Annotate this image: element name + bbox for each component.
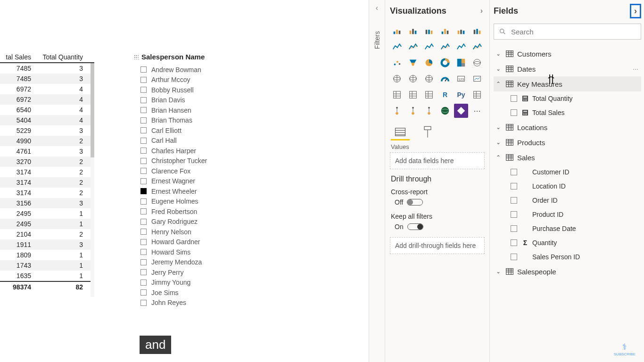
slicer-item[interactable]: Eugene Holmes <box>136 197 258 207</box>
field-item[interactable]: Sales Person ID <box>494 250 641 264</box>
gauge-icon[interactable] <box>438 72 452 86</box>
map-icon[interactable] <box>470 56 484 70</box>
stacked-bar-100-icon[interactable] <box>454 24 468 38</box>
funnel-icon[interactable] <box>406 56 420 70</box>
ribbon-icon[interactable] <box>454 40 468 54</box>
field-item[interactable]: Product ID <box>494 207 641 222</box>
checkbox-icon[interactable] <box>140 138 147 144</box>
table-row[interactable]: 31742 <box>0 167 94 177</box>
card-icon[interactable]: 123 <box>454 72 468 86</box>
field-checkbox[interactable] <box>511 109 517 116</box>
pie-icon[interactable] <box>422 56 436 70</box>
field-item[interactable]: Total Sales <box>494 106 641 120</box>
slicer-item[interactable]: Arthur Mccoy <box>136 75 258 85</box>
table-row[interactable]: 65404 <box>0 105 94 115</box>
slicer-item[interactable]: Ernest Wheeler <box>136 186 258 197</box>
more-visuals-icon[interactable]: ··· <box>470 104 484 118</box>
checkbox-icon[interactable] <box>140 77 147 83</box>
slicer-item[interactable]: Brian Thomas <box>136 115 258 126</box>
qa-icon[interactable] <box>406 104 420 118</box>
table-row[interactable]: 32702 <box>0 156 94 167</box>
table-row[interactable]: 54044 <box>0 115 94 125</box>
checkbox-icon[interactable] <box>140 280 147 286</box>
col-header-sales[interactable]: tal Sales <box>0 52 34 62</box>
slicer-item[interactable]: Carl Elliott <box>136 125 258 136</box>
slicer-item[interactable]: Joe Sims <box>136 288 258 298</box>
field-table-key-measures[interactable]: ⌃Key Measures <box>494 76 641 91</box>
donut-icon[interactable] <box>438 56 452 70</box>
waterfall-icon[interactable] <box>470 40 484 54</box>
table-row[interactable]: 17431 <box>0 260 94 271</box>
treemap-icon[interactable] <box>454 56 468 70</box>
expand-icon[interactable]: ⌄ <box>495 139 502 146</box>
search-input[interactable] <box>511 28 636 36</box>
smart-narrative-icon[interactable] <box>422 104 436 118</box>
field-item[interactable]: ΣQuantity <box>494 236 641 250</box>
line-col-icon[interactable] <box>470 24 484 38</box>
kpi-icon[interactable] <box>470 72 484 86</box>
slicer-item[interactable]: Fred Robertson <box>136 206 258 217</box>
table-row[interactable]: 31742 <box>0 177 94 188</box>
field-item[interactable]: Order ID <box>494 193 641 207</box>
col-header-qty[interactable]: Total Quantity <box>34 52 86 62</box>
clustered-col-icon[interactable] <box>438 24 452 38</box>
table-row[interactable]: 24951 <box>0 219 94 229</box>
matrix-icon[interactable] <box>422 88 436 102</box>
field-checkbox[interactable] <box>511 225 517 232</box>
checkbox-icon[interactable] <box>140 66 147 73</box>
table-row[interactable]: 24951 <box>0 208 94 219</box>
stacked-area-icon[interactable] <box>422 40 436 54</box>
expand-icon[interactable]: ⌄ <box>495 268 502 275</box>
expand-icon[interactable]: ⌄ <box>495 124 502 131</box>
slicer-item[interactable]: Andrew Bowman <box>136 65 258 75</box>
slicer-visual[interactable]: Salesperson Name Andrew BowmanArthur Mcc… <box>136 53 258 308</box>
checkbox-icon[interactable] <box>140 198 147 205</box>
table-row[interactable]: 69724 <box>0 84 94 94</box>
table-row[interactable]: 69724 <box>0 94 94 105</box>
expand-icon[interactable]: ⌃ <box>495 81 502 87</box>
expand-icon[interactable]: ⌃ <box>495 154 502 161</box>
checkbox-icon[interactable] <box>140 188 147 194</box>
keep-filters-toggle[interactable]: On <box>391 223 484 230</box>
r-visual-icon[interactable]: R <box>438 88 452 102</box>
filters-pane-collapsed[interactable]: ‹ Filters <box>369 0 385 362</box>
line-icon[interactable] <box>390 40 404 54</box>
checkbox-icon[interactable] <box>140 289 147 296</box>
report-canvas[interactable]: tal Sales Total Quantity 748537485369724… <box>0 0 368 362</box>
table-row[interactable]: 49902 <box>0 136 94 146</box>
table-row[interactable]: 21042 <box>0 229 94 239</box>
field-table-customers[interactable]: ⌄Customers <box>494 46 641 61</box>
table-row[interactable]: 18091 <box>0 250 94 260</box>
field-table-locations[interactable]: ⌄Locations <box>494 120 641 135</box>
field-item[interactable]: Total Quantity <box>494 91 641 106</box>
slicer-item[interactable]: Howard Sims <box>136 247 258 257</box>
expand-icon[interactable]: ⌄ <box>495 66 502 72</box>
field-checkbox[interactable] <box>511 197 517 204</box>
table-row[interactable]: 31563 <box>0 198 94 208</box>
slicer-item[interactable]: Ernest Wagner <box>136 176 258 187</box>
table-row[interactable]: 47613 <box>0 146 94 156</box>
stacked-col-icon[interactable] <box>422 24 436 38</box>
slicer-item[interactable]: Christopher Tucker <box>136 156 258 166</box>
field-table-dates[interactable]: ⌄Dates··· <box>494 61 641 76</box>
checkbox-icon[interactable] <box>140 97 147 103</box>
stacked-bar-icon[interactable] <box>390 24 404 38</box>
expand-icon[interactable]: ⌄ <box>495 50 502 57</box>
slicer-item[interactable]: John Reyes <box>136 298 258 308</box>
slicer-item[interactable]: Henry Nelson <box>136 227 258 237</box>
checkbox-icon[interactable] <box>140 239 147 245</box>
checkbox-icon[interactable] <box>140 107 147 113</box>
checkbox-icon[interactable] <box>140 229 147 235</box>
field-table-products[interactable]: ⌄Products <box>494 135 641 150</box>
table-row[interactable]: 74853 <box>0 63 94 74</box>
table-scrollbar[interactable] <box>91 63 94 297</box>
filled-map-icon[interactable] <box>406 72 420 86</box>
table-row[interactable]: 16351 <box>0 271 94 281</box>
slicer-item[interactable]: Brian Davis <box>136 95 258 106</box>
table-row[interactable]: 74853 <box>0 74 94 84</box>
field-checkbox[interactable] <box>511 169 517 175</box>
arcgis-icon[interactable] <box>438 104 452 118</box>
scatter-icon[interactable] <box>390 56 404 70</box>
py-visual-icon[interactable]: Py <box>454 88 468 102</box>
checkbox-icon[interactable] <box>140 127 147 133</box>
